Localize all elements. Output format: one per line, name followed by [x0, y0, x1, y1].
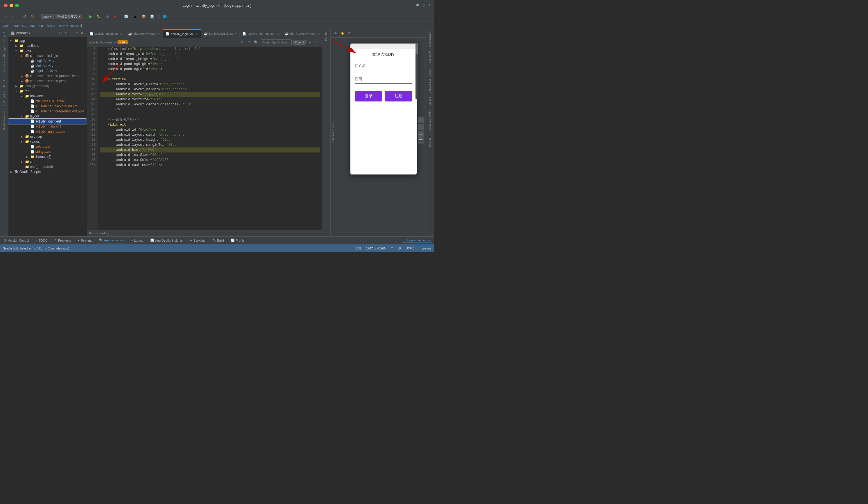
- device-selector-editor[interactable]: Pixel ▾: [293, 40, 306, 44]
- tab-activity-login[interactable]: 📄 activity_login.xml ✕: [163, 29, 201, 38]
- force-refresh-button[interactable]: ↺: [347, 31, 352, 35]
- app-quality-tab[interactable]: 📊 App Quality Insights: [148, 237, 185, 244]
- tree-item-package[interactable]: ▾ 📦 com.example.login: [8, 53, 87, 58]
- close-tab-icon[interactable]: ✕: [234, 32, 236, 35]
- build-tab[interactable]: 🔨 Build: [210, 237, 226, 244]
- tree-item-res-generated[interactable]: ▶ 📁 res (generated): [8, 164, 87, 169]
- terminal-tab[interactable]: ▸ Terminal: [76, 237, 94, 244]
- warning-badge[interactable]: ⚠ 14 ▾: [117, 40, 128, 44]
- layout-inspector-tab[interactable]: ⬚ Layout Inspector: [402, 238, 432, 243]
- eye-toggle-button[interactable]: 👁: [239, 40, 245, 44]
- palette-label[interactable]: Palette: [324, 30, 328, 42]
- bookmarks-toggle[interactable]: Bookmarks: [2, 91, 7, 109]
- avd-button[interactable]: 📱: [131, 14, 139, 19]
- tree-item-MainActivity[interactable]: ▶ ☕ MainActivity: [8, 63, 87, 69]
- tree-item-strings[interactable]: ▶ 📄 strings.xml: [8, 149, 87, 154]
- translate-button[interactable]: 🌐: [161, 14, 168, 19]
- tree-item-java[interactable]: ▾ 📁 java: [8, 48, 87, 53]
- tree-item-java-generated[interactable]: ▶ 📁 java (generated): [8, 83, 87, 89]
- tree-item-manifests[interactable]: ▶ 📁 manifests: [8, 43, 87, 48]
- app-selector[interactable]: app ▾: [41, 14, 53, 19]
- more-icon[interactable]: ⋮: [428, 4, 431, 8]
- tree-item-themes[interactable]: ▶ 📁 themes (2): [8, 154, 87, 159]
- emulator-toggle[interactable]: Emulator: [427, 133, 433, 149]
- zoom-button[interactable]: 🔍: [253, 40, 259, 44]
- version-control-tab[interactable]: ◷ Version Control: [2, 237, 31, 244]
- component-tree-strip[interactable]: Component Tree: [331, 121, 336, 144]
- vertical-scrollbar-thumb[interactable]: [415, 43, 418, 54]
- view-design-label[interactable]: Design: [281, 41, 290, 44]
- tree-item-mipmap[interactable]: ▶ 📁 mipmap: [8, 134, 87, 139]
- collapse-all-button[interactable]: ⊟: [70, 31, 74, 35]
- zoom-out-button[interactable]: -: [418, 124, 424, 130]
- tab-MainActivity[interactable]: ☕ MainActivity.java ✕: [125, 29, 163, 38]
- sync-button[interactable]: 🔄: [123, 14, 130, 19]
- refresh-button[interactable]: ↺: [22, 14, 28, 19]
- problems-tab[interactable]: ⚠ Problems: [52, 237, 73, 244]
- services-tab[interactable]: ☁ Services: [188, 237, 207, 244]
- gear-settings-button[interactable]: ⚙: [58, 31, 63, 35]
- attributes-toggle[interactable]: Attributes: [427, 49, 433, 65]
- zoom-in-button[interactable]: +: [418, 117, 424, 123]
- scroll-to-button[interactable]: ⊙: [64, 31, 69, 35]
- pan-button[interactable]: ✋: [340, 31, 346, 35]
- tree-item-layout[interactable]: ▾ 📁 layout: [8, 114, 87, 119]
- tree-item-xml[interactable]: ▶ 📁 xml: [8, 159, 87, 164]
- run-button[interactable]: ▶: [87, 13, 94, 20]
- search-icon[interactable]: 🔍: [416, 4, 420, 8]
- stop-button[interactable]: ■: [112, 14, 118, 19]
- resource-manager-toggle[interactable]: Resource Manager: [2, 44, 7, 73]
- tree-item-activity-login[interactable]: ▶ 📄 activity_login.xml: [8, 119, 87, 124]
- layout-validation-toggle[interactable]: Layout Validation: [427, 107, 433, 133]
- minimize-button[interactable]: [10, 4, 13, 7]
- debug-button[interactable]: 🐛: [95, 14, 103, 19]
- gradle-toggle[interactable]: Gradle: [427, 95, 433, 107]
- maximize-button[interactable]: [15, 4, 19, 7]
- tree-item-activity-main[interactable]: ▶ 📄 activity_main.xml: [8, 124, 87, 129]
- close-tab-icon[interactable]: ✕: [157, 32, 160, 35]
- tree-item-LoginActivity[interactable]: ▶ ☕ LoginActivity: [8, 58, 87, 63]
- breadcrumb-src[interactable]: src: [22, 24, 27, 27]
- screenshot-button[interactable]: 📷: [418, 137, 424, 144]
- device-login-button[interactable]: 登录: [355, 91, 382, 102]
- device-selector[interactable]: Pixel 2 API 30 ▾: [55, 14, 82, 19]
- more-editor-options[interactable]: ≫: [307, 40, 313, 44]
- breadcrumb-main[interactable]: main: [29, 24, 36, 27]
- fit-screen-button[interactable]: 1:1: [418, 131, 424, 137]
- breadcrumb-layout[interactable]: layout: [47, 24, 55, 27]
- eye-button[interactable]: 👁: [332, 31, 338, 36]
- tree-item-app[interactable]: ▾ 📁 app: [8, 38, 87, 43]
- tree-item-colors[interactable]: ▶ 📄 colors.xml: [8, 144, 87, 149]
- close-tab-icon[interactable]: ✕: [277, 32, 279, 35]
- tab-activity-sign-up[interactable]: 📄 activity_sign_up.xml ✕: [239, 29, 282, 38]
- breadcrumb-app[interactable]: app: [14, 24, 19, 27]
- notifications-toggle[interactable]: Notifications: [427, 29, 433, 49]
- view-split-label[interactable]: Split: [272, 41, 278, 44]
- sdk-button[interactable]: 📦: [140, 14, 147, 19]
- warning-button[interactable]: ⚠: [314, 40, 320, 44]
- tree-item-androidTest[interactable]: ▶ 📦 com.example.login (androidTest): [8, 73, 87, 79]
- tree-item-test[interactable]: ▶ 📦 com.example.login (test): [8, 79, 87, 83]
- tree-item-values[interactable]: ▾ 📁 values: [8, 139, 87, 144]
- view-toggle-button[interactable]: ⊞: [246, 40, 251, 44]
- filter-button[interactable]: ≡: [75, 31, 79, 35]
- tab-activity-main[interactable]: 📄 activity_main.xml ✕: [87, 29, 125, 38]
- tree-item-res[interactable]: ▾ 📁 res: [8, 89, 87, 94]
- tree-item-drawable[interactable]: ▾ 📁 drawable: [8, 94, 87, 99]
- tree-item-ic-launcher-fg[interactable]: ▶ 📄 ic_launcher_foreground.xml (v24): [8, 109, 87, 114]
- attach-button[interactable]: 📎: [104, 14, 111, 19]
- structure-toggle[interactable]: Structure: [2, 74, 7, 90]
- breadcrumb-file[interactable]: activity_login.xml: [58, 24, 82, 27]
- close-panel-button[interactable]: ✕: [80, 31, 84, 35]
- view-code-label[interactable]: Code: [262, 41, 269, 44]
- profile-button[interactable]: 📊: [148, 14, 156, 19]
- todo-tab[interactable]: ≡ TODO: [34, 237, 49, 244]
- forward-button[interactable]: →: [10, 14, 17, 19]
- tab-LoginActivity[interactable]: ☕ LoginActivity.java ✕: [201, 29, 239, 38]
- tree-item-ic-launcher-bg[interactable]: ▶ 📄 ic_launcher_background.xml: [8, 104, 87, 109]
- logcat-tab[interactable]: ≡ Logcat: [130, 237, 145, 244]
- breadcrumb-login[interactable]: Login: [3, 24, 10, 27]
- breadcrumb-res[interactable]: res: [39, 24, 43, 27]
- profiler-tab[interactable]: 📈 Profiler: [229, 237, 247, 244]
- tree-item-btn-press-blue[interactable]: ▶ 📄 btn_press_blue.xml: [8, 99, 87, 104]
